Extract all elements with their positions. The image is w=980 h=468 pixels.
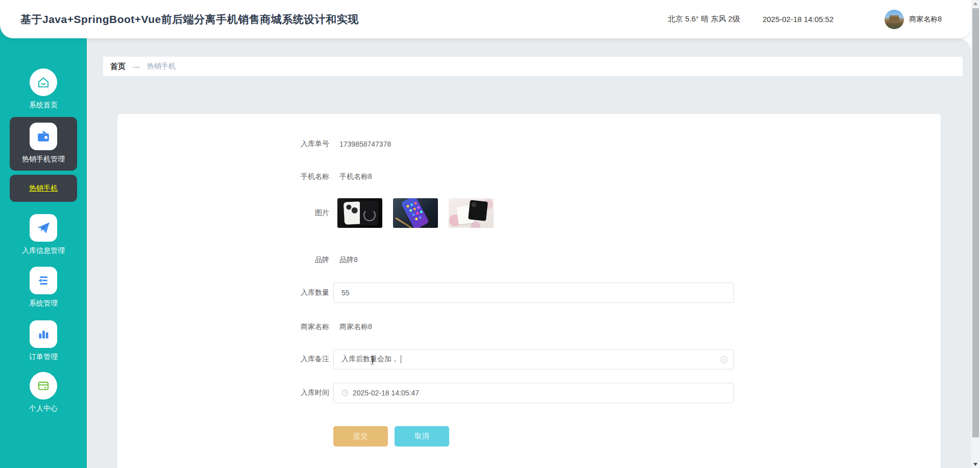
breadcrumb-current: 热销手机 — [147, 62, 176, 71]
wallet-icon — [30, 123, 57, 150]
clear-icon[interactable] — [720, 356, 728, 365]
form-row-merchant: 商家名称 商家名称8 — [117, 322, 941, 332]
phone-name-label: 手机名称 — [117, 172, 333, 181]
vertical-scrollbar[interactable] — [971, 0, 980, 468]
bar-chart-icon — [30, 320, 57, 348]
stock-time-input[interactable]: 2025-02-18 14:05:47 — [333, 383, 734, 403]
sidebar-item-inbound-info[interactable]: 入库信息管理 — [0, 214, 87, 255]
scrollbar-thumb[interactable] — [972, 8, 979, 437]
scroll-up-arrow-icon[interactable] — [973, 2, 977, 5]
breadcrumb: 首页 — 热销手机 — [103, 57, 963, 76]
datetime-display: 2025-02-18 14:05:52 — [763, 15, 834, 24]
form-row-order-no: 入库单号 1739858747378 — [117, 139, 941, 149]
sidebar-item-label: 入库信息管理 — [22, 246, 65, 255]
scroll-down-arrow-icon[interactable] — [973, 463, 977, 466]
brand-label: 品牌 — [117, 255, 333, 265]
phone-image-3[interactable] — [449, 198, 494, 228]
phone-image-2[interactable] — [393, 198, 438, 228]
stock-time-label: 入库时间 — [117, 388, 333, 397]
form-row-stock-time: 入库时间 2025-02-18 14:05:47 — [117, 383, 941, 403]
top-header: 基于Java+SpringBoot+Vue前后端分离手机销售商城系统设计和实现 … — [0, 0, 971, 38]
image-list — [333, 198, 504, 228]
remark-label: 入库备注 — [117, 355, 333, 364]
stock-time-value: 2025-02-18 14:05:47 — [353, 389, 419, 397]
stock-in-form-card: 入库单号 1739858747378 手机名称 手机名称8 图片 — [117, 114, 941, 468]
form-row-remark: 入库备注 入库后数量会加， — [117, 349, 941, 369]
form-row-phone-name: 手机名称 手机名称8 — [117, 172, 941, 181]
content-area: 首页 — 热销手机 入库单号 1739858747378 手机名称 手机名称8 … — [87, 38, 971, 468]
sidebar: 系统首页 热销手机管理 热销手机 入库信息管理 — [0, 0, 87, 468]
order-no-value: 1739858747378 — [333, 140, 391, 148]
breadcrumb-home-link[interactable]: 首页 — [110, 62, 126, 72]
form-row-images: 图片 — [117, 198, 941, 228]
mouse-text-cursor — [371, 356, 374, 363]
sidebar-item-label: 系统管理 — [29, 299, 58, 308]
remark-input[interactable]: 入库后数量会加， — [333, 349, 734, 369]
text-caret — [401, 355, 401, 363]
quantity-label: 入库数量 — [117, 288, 333, 297]
avatar[interactable] — [885, 10, 904, 29]
breadcrumb-separator: — — [133, 62, 140, 71]
merchant-label: 商家名称 — [117, 322, 333, 332]
paper-plane-icon — [30, 214, 57, 242]
sidebar-item-label: 热销手机管理 — [22, 155, 65, 164]
weather-info: 北京 5.6° 晴 东风 2级 — [668, 14, 740, 24]
brand-value: 品牌8 — [333, 255, 358, 265]
sidebar-item-personal-center[interactable]: 个人中心 — [0, 372, 87, 413]
sidebar-item-label: 个人中心 — [29, 404, 58, 413]
submit-button[interactable]: 提交 — [333, 426, 388, 447]
sidebar-subitem-hot-phone[interactable]: 热销手机 — [10, 175, 77, 202]
phone-name-value: 手机名称8 — [333, 172, 372, 181]
form-actions: 提交 取消 — [117, 426, 941, 447]
cancel-button[interactable]: 取消 — [395, 426, 449, 447]
home-icon — [30, 68, 57, 96]
phone-image-1[interactable] — [337, 198, 382, 228]
app-root: 系统首页 热销手机管理 热销手机 入库信息管理 — [0, 0, 980, 468]
menu-list-icon — [30, 267, 57, 294]
sidebar-item-hot-phone-management[interactable]: 热销手机管理 — [10, 117, 77, 171]
sidebar-item-label: 订单管理 — [29, 353, 58, 362]
merchant-name[interactable]: 商家名称8 — [909, 15, 942, 24]
sidebar-item-label: 系统首页 — [29, 101, 58, 110]
order-no-label: 入库单号 — [117, 139, 333, 149]
sidebar-subitem-label: 热销手机 — [29, 184, 58, 193]
merchant-value: 商家名称8 — [333, 322, 372, 332]
form-row-brand: 品牌 品牌8 — [117, 255, 941, 265]
bank-card-icon — [30, 372, 57, 400]
sidebar-item-system-management[interactable]: 系统管理 — [0, 267, 87, 308]
sidebar-item-system-home[interactable]: 系统首页 — [0, 68, 87, 110]
images-label: 图片 — [117, 208, 333, 218]
remark-input-text: 入库后数量会加， — [341, 355, 399, 364]
page-title: 基于Java+SpringBoot+Vue前后端分离手机销售商城系统设计和实现 — [20, 12, 359, 27]
quantity-input[interactable] — [333, 283, 734, 303]
clock-icon — [341, 389, 349, 396]
form-row-quantity: 入库数量 — [117, 283, 941, 303]
sidebar-item-order-management[interactable]: 订单管理 — [0, 320, 87, 362]
